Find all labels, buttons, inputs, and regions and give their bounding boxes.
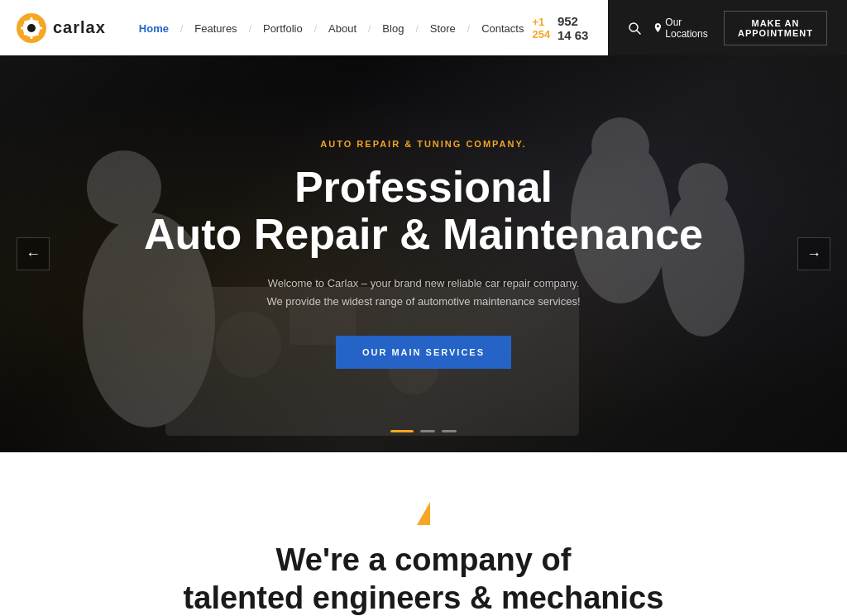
phone-number: 952 14 63 (557, 14, 591, 42)
dot-3[interactable] (442, 430, 457, 432)
nav-store[interactable]: Store (422, 19, 464, 38)
navbar: carlax Home / Features / Portfolio / Abo… (0, 0, 847, 55)
company-section: We're a company of talented engineers & … (0, 452, 847, 616)
dot-1[interactable] (390, 430, 414, 432)
nav-links: Home / Features / Portfolio / About / Bl… (131, 21, 533, 36)
logo-icon (17, 13, 46, 43)
svg-rect-6 (39, 26, 42, 29)
location-area[interactable]: Our Locations (654, 17, 711, 40)
phone-code: +1 254 (532, 16, 552, 41)
hero-next-button[interactable]: → (797, 237, 830, 270)
hero-description: Welcome to Carlax – your brand new relia… (266, 275, 581, 311)
hero-title-line2: Auto Repair & Maintenance (144, 210, 703, 258)
hero-section: AUTO REPAIR & TUNING COMPANY. Profession… (0, 55, 847, 452)
company-title-line2: talented engineers & mechanics (184, 580, 664, 615)
company-title: We're a company of talented engineers & … (33, 542, 814, 616)
arrow-left-icon: ← (26, 246, 41, 263)
svg-rect-5 (21, 26, 24, 29)
nav-portfolio[interactable]: Portfolio (255, 19, 311, 38)
hero-cta-button[interactable]: OUR MAIN SERVICES (336, 336, 511, 369)
search-icon[interactable] (628, 21, 641, 35)
location-label: Our Locations (665, 17, 711, 40)
hero-title-line1: Professional (294, 163, 553, 211)
hero-subtitle: AUTO REPAIR & TUNING COMPANY. (320, 139, 526, 149)
company-title-line1: We're a company of (276, 542, 572, 577)
svg-point-2 (27, 24, 36, 32)
arrow-right-icon: → (806, 246, 821, 263)
hero-content: AUTO REPAIR & TUNING COMPANY. Profession… (0, 55, 847, 452)
logo-text: carlax (53, 18, 106, 37)
hero-dots (390, 430, 457, 432)
nav-contacts[interactable]: Contacts (473, 19, 532, 38)
nav-right: Our Locations MAKE AN APPOINTMENT (608, 0, 847, 55)
hero-title: Professional Auto Repair & Maintenance (144, 164, 703, 258)
dot-2[interactable] (420, 430, 435, 432)
nav-features[interactable]: Features (186, 19, 245, 38)
triangle-icon (417, 502, 430, 525)
nav-home[interactable]: Home (131, 19, 177, 38)
svg-line-12 (637, 31, 640, 34)
svg-rect-4 (31, 36, 33, 39)
phone-area: +1 254 952 14 63 (532, 14, 591, 42)
svg-rect-3 (31, 17, 33, 21)
hero-prev-button[interactable]: ← (17, 237, 50, 270)
nav-blog[interactable]: Blog (374, 19, 412, 38)
nav-about[interactable]: About (320, 19, 365, 38)
appointment-button[interactable]: MAKE AN APPOINTMENT (724, 11, 827, 45)
logo[interactable]: carlax (17, 13, 106, 43)
